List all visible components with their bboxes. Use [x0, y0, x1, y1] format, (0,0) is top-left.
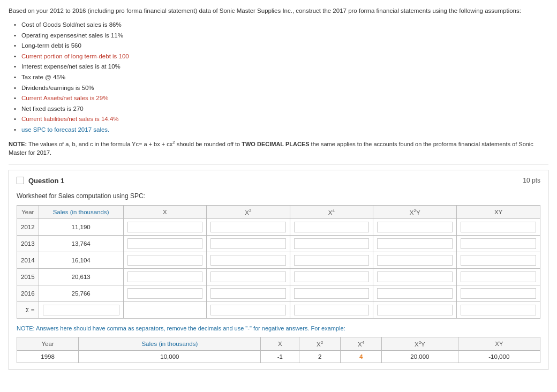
xy-2016-input[interactable] [461, 288, 536, 299]
col-x2y: X2Y [373, 205, 457, 218]
x2-2012-input[interactable] [210, 222, 286, 232]
x2-2016-cell [207, 285, 290, 301]
sigma-x2-input[interactable] [210, 305, 286, 315]
x4-2012-cell [290, 218, 373, 235]
col-x4: X4 [290, 205, 373, 218]
ex-x: -1 [261, 350, 299, 363]
x-2013-input[interactable] [127, 238, 202, 249]
pts-label: 10 pts [523, 177, 540, 184]
x2y-2016-input[interactable] [377, 288, 453, 299]
ex-col-year: Year [17, 337, 79, 350]
bullet-5: Interest expense/net sales is at 10% [14, 62, 548, 72]
x2-2013-input[interactable] [210, 238, 286, 249]
bullet-1: Cost of Goods Sold/net sales is 86% [14, 20, 548, 31]
xy-2014-input[interactable] [461, 255, 536, 266]
question-checkbox[interactable] [17, 177, 24, 184]
x2y-2014-input[interactable] [377, 255, 453, 266]
year-2015: 2015 [17, 268, 39, 285]
x4-2015-input[interactable] [294, 272, 370, 282]
table-row: 2014 16,104 [17, 252, 540, 268]
x2y-2015-cell [373, 268, 457, 285]
sigma-xy-input[interactable] [461, 305, 536, 315]
col-sales: Sales (in thousands) [39, 205, 123, 218]
bullet-2: Operating expenses/net sales is 11% [14, 31, 548, 41]
sigma-x4-input[interactable] [294, 305, 370, 315]
ex-sales: 10,000 [79, 350, 261, 363]
x-2012-input[interactable] [127, 222, 202, 232]
bullet-11: use SPC to forecast 2017 sales. [14, 125, 548, 135]
x-2016-cell [123, 285, 206, 301]
year-2012: 2012 [17, 218, 39, 235]
xy-2016-cell [457, 285, 540, 301]
xy-2012-input[interactable] [461, 222, 536, 232]
x2y-2015-input[interactable] [377, 272, 453, 282]
sales-2013: 13,764 [39, 235, 123, 252]
assumptions-list: Cost of Goods Sold/net sales is 86% Oper… [9, 20, 548, 135]
section-divider [9, 164, 548, 164]
x-2014-cell [123, 252, 206, 268]
sigma-x2y-cell [373, 301, 457, 318]
sigma-xy-cell [457, 301, 540, 318]
ex-col-x: X [261, 337, 299, 350]
x2y-2014-cell [373, 252, 457, 268]
col-x: X [123, 205, 206, 218]
intro-main-text: Based on your 2012 to 2016 (including pr… [9, 6, 548, 16]
x-2015-input[interactable] [127, 272, 202, 282]
x2-2015-input[interactable] [210, 272, 286, 282]
sigma-x2y-input[interactable] [377, 305, 453, 315]
col-year: Year [17, 205, 39, 218]
x-2012-cell [123, 218, 206, 235]
x4-2012-input[interactable] [294, 222, 370, 232]
bullet-7: Dividends/earnings is 50% [14, 83, 548, 94]
x2-2013-cell [207, 235, 290, 252]
bullet-10: Current liabilities/net sales is 14.4% [14, 114, 548, 125]
x4-2016-cell [290, 285, 373, 301]
ex-xy: -10,000 [458, 350, 540, 363]
x4-2014-input[interactable] [294, 255, 370, 266]
x2y-2012-input[interactable] [377, 222, 453, 232]
x2-2012-cell [207, 218, 290, 235]
example-header-row: Year Sales (in thousands) X X2 X4 X2Y XY [17, 337, 540, 350]
question-header: Question 1 10 pts [17, 177, 540, 185]
ex-col-xy: XY [458, 337, 540, 350]
bullet-4: Current portion of long term-debt is 100 [14, 51, 548, 62]
bullet-8: Current Assets/net sales is 29% [14, 93, 548, 104]
bullet-6: Tax rate @ 45% [14, 72, 548, 83]
x2-2014-cell [207, 252, 290, 268]
sigma-label: Σ = [17, 301, 39, 318]
col-xy: XY [457, 205, 540, 218]
x4-2016-input[interactable] [294, 288, 370, 299]
sigma-x-cell [123, 301, 206, 318]
year-2014: 2014 [17, 252, 39, 268]
table-row: 2012 11,190 [17, 218, 540, 235]
main-table: Year Sales (in thousands) X X2 X4 X2Y XY… [17, 205, 540, 319]
ex-col-x2: X2 [299, 337, 341, 350]
xy-2013-input[interactable] [461, 238, 536, 249]
table-row: 2015 20,613 [17, 268, 540, 285]
xy-2015-input[interactable] [461, 272, 536, 282]
x2-2014-input[interactable] [210, 255, 286, 266]
x2y-2013-input[interactable] [377, 238, 453, 249]
xy-2013-cell [457, 235, 540, 252]
question-label: Question 1 [28, 177, 64, 185]
x2y-2012-cell [373, 218, 457, 235]
x2-2016-input[interactable] [210, 288, 286, 299]
note-bottom: NOTE: Answers here should have comma as … [17, 325, 540, 331]
xy-2014-cell [457, 252, 540, 268]
ex-x4: 4 [341, 350, 382, 363]
x-2015-cell [123, 268, 206, 285]
ex-year: 1998 [17, 350, 79, 363]
table-row: 2016 25,766 [17, 285, 540, 301]
worksheet-label: Worksheet for Sales computation using SP… [17, 192, 540, 200]
x4-2014-cell [290, 252, 373, 268]
formula-note: NOTE: The values of a, b, and c in the f… [9, 139, 548, 157]
x4-2013-input[interactable] [294, 238, 370, 249]
example-data-row: 1998 10,000 -1 2 4 20,000 -10,000 [17, 350, 540, 363]
x-2016-input[interactable] [127, 288, 202, 299]
x-2014-input[interactable] [127, 255, 202, 266]
sales-2016: 25,766 [39, 285, 123, 301]
year-2013: 2013 [17, 235, 39, 252]
sigma-sales-input[interactable] [43, 305, 119, 315]
x-2013-cell [123, 235, 206, 252]
ex-col-x2y: X2Y [382, 337, 458, 350]
